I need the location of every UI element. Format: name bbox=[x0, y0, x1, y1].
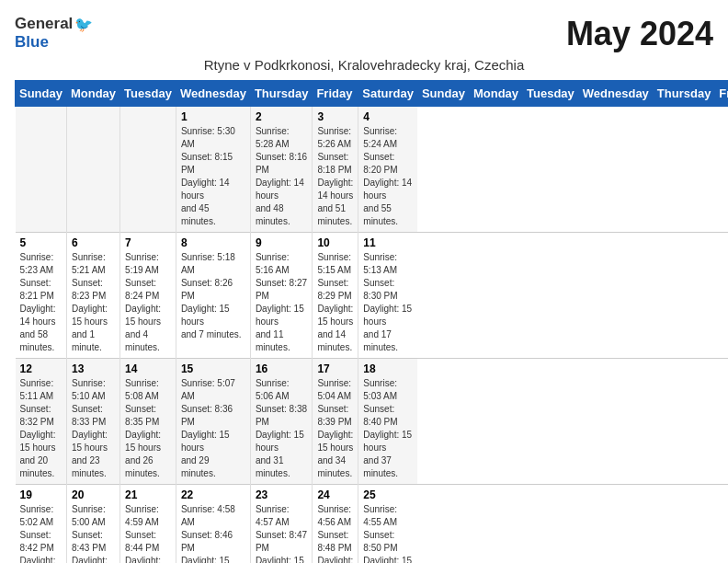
day-number: 12 bbox=[20, 362, 62, 375]
day-info: Sunrise: 4:58 AMSunset: 8:46 PMDaylight:… bbox=[181, 503, 245, 563]
calendar-cell: 11Sunrise: 5:13 AMSunset: 8:30 PMDayligh… bbox=[358, 233, 418, 359]
day-info: Sunrise: 5:04 AMSunset: 8:39 PMDaylight:… bbox=[317, 377, 353, 480]
calendar-table: SundayMondayTuesdayWednesdayThursdayFrid… bbox=[15, 80, 728, 563]
day-of-week-header: Tuesday bbox=[523, 81, 579, 107]
calendar-cell: 13Sunrise: 5:10 AMSunset: 8:33 PMDayligh… bbox=[66, 359, 119, 485]
day-of-week-header: Monday bbox=[469, 81, 522, 107]
month-title: May 2024 bbox=[566, 15, 713, 53]
day-number: 6 bbox=[72, 236, 115, 249]
day-number: 22 bbox=[181, 488, 245, 501]
calendar-cell: 25Sunrise: 4:55 AMSunset: 8:50 PMDayligh… bbox=[358, 485, 418, 564]
calendar-cell: 9Sunrise: 5:16 AMSunset: 8:27 PMDaylight… bbox=[250, 233, 313, 359]
day-info: Sunrise: 5:02 AMSunset: 8:42 PMDaylight:… bbox=[20, 503, 62, 563]
day-number: 15 bbox=[181, 362, 245, 375]
calendar-cell: 17Sunrise: 5:04 AMSunset: 8:39 PMDayligh… bbox=[313, 359, 358, 485]
calendar-cell: 14Sunrise: 5:08 AMSunset: 8:35 PMDayligh… bbox=[120, 359, 176, 485]
day-of-week-header: Thursday bbox=[250, 81, 313, 107]
day-of-week-header: Saturday bbox=[358, 81, 418, 107]
day-number: 11 bbox=[363, 236, 413, 249]
day-of-week-header: Friday bbox=[715, 81, 728, 107]
location-subtitle: Rtyne v Podkrkonosi, Kralovehradecky kra… bbox=[15, 57, 713, 73]
day-info: Sunrise: 5:21 AMSunset: 8:23 PMDaylight:… bbox=[72, 251, 115, 354]
day-info: Sunrise: 5:15 AMSunset: 8:29 PMDaylight:… bbox=[317, 251, 353, 354]
calendar-cell: 5Sunrise: 5:23 AMSunset: 8:21 PMDaylight… bbox=[16, 233, 67, 359]
day-info: Sunrise: 5:10 AMSunset: 8:33 PMDaylight:… bbox=[72, 377, 115, 480]
day-number: 10 bbox=[317, 236, 353, 249]
logo-general: General bbox=[15, 15, 73, 33]
day-info: Sunrise: 5:24 AMSunset: 8:20 PMDaylight:… bbox=[363, 125, 413, 228]
calendar-cell: 23Sunrise: 4:57 AMSunset: 8:47 PMDayligh… bbox=[250, 485, 313, 564]
day-of-week-header: Wednesday bbox=[176, 81, 250, 107]
day-number: 21 bbox=[125, 488, 171, 501]
logo-blue: Blue bbox=[15, 33, 49, 51]
day-of-week-header: Sunday bbox=[417, 81, 469, 107]
day-of-week-header: Monday bbox=[66, 81, 119, 107]
calendar-cell: 18Sunrise: 5:03 AMSunset: 8:40 PMDayligh… bbox=[358, 359, 418, 485]
calendar-cell: 15Sunrise: 5:07 AMSunset: 8:36 PMDayligh… bbox=[176, 359, 250, 485]
day-number: 1 bbox=[181, 110, 245, 123]
day-number: 8 bbox=[181, 236, 245, 249]
day-of-week-header: Thursday bbox=[653, 81, 715, 107]
calendar-week-row: 1Sunrise: 5:30 AMSunset: 8:15 PMDaylight… bbox=[16, 107, 729, 233]
day-number: 23 bbox=[256, 488, 308, 501]
day-number: 4 bbox=[363, 110, 413, 123]
day-info: Sunrise: 4:55 AMSunset: 8:50 PMDaylight:… bbox=[363, 503, 413, 563]
calendar-cell: 1Sunrise: 5:30 AMSunset: 8:15 PMDaylight… bbox=[176, 107, 250, 233]
calendar-cell bbox=[66, 107, 119, 233]
day-number: 18 bbox=[363, 362, 413, 375]
day-info: Sunrise: 5:13 AMSunset: 8:30 PMDaylight:… bbox=[363, 251, 413, 354]
day-of-week-header: Wednesday bbox=[578, 81, 653, 107]
calendar-cell bbox=[16, 107, 67, 233]
day-info: Sunrise: 5:11 AMSunset: 8:32 PMDaylight:… bbox=[20, 377, 62, 480]
day-info: Sunrise: 5:28 AMSunset: 8:16 PMDaylight:… bbox=[256, 125, 308, 228]
calendar-cell bbox=[120, 107, 176, 233]
day-info: Sunrise: 4:59 AMSunset: 8:44 PMDaylight:… bbox=[125, 503, 171, 563]
day-info: Sunrise: 5:23 AMSunset: 8:21 PMDaylight:… bbox=[20, 251, 62, 354]
day-info: Sunrise: 5:03 AMSunset: 8:40 PMDaylight:… bbox=[363, 377, 413, 480]
calendar-cell: 2Sunrise: 5:28 AMSunset: 8:16 PMDaylight… bbox=[250, 107, 313, 233]
calendar-cell: 7Sunrise: 5:19 AMSunset: 8:24 PMDaylight… bbox=[120, 233, 176, 359]
calendar-cell: 6Sunrise: 5:21 AMSunset: 8:23 PMDaylight… bbox=[66, 233, 119, 359]
day-info: Sunrise: 5:07 AMSunset: 8:36 PMDaylight:… bbox=[181, 377, 245, 480]
day-number: 7 bbox=[125, 236, 171, 249]
day-info: Sunrise: 5:19 AMSunset: 8:24 PMDaylight:… bbox=[125, 251, 171, 354]
day-number: 3 bbox=[317, 110, 353, 123]
calendar-week-row: 19Sunrise: 5:02 AMSunset: 8:42 PMDayligh… bbox=[16, 485, 729, 564]
day-number: 2 bbox=[256, 110, 308, 123]
calendar-cell: 8Sunrise: 5:18 AMSunset: 8:26 PMDaylight… bbox=[176, 233, 250, 359]
day-info: Sunrise: 4:56 AMSunset: 8:48 PMDaylight:… bbox=[317, 503, 353, 563]
day-number: 25 bbox=[363, 488, 413, 501]
day-number: 14 bbox=[125, 362, 171, 375]
day-info: Sunrise: 5:06 AMSunset: 8:38 PMDaylight:… bbox=[256, 377, 308, 480]
calendar-cell: 12Sunrise: 5:11 AMSunset: 8:32 PMDayligh… bbox=[16, 359, 67, 485]
logo-bird-icon: 🐦 bbox=[74, 16, 93, 33]
day-number: 5 bbox=[20, 236, 62, 249]
day-number: 16 bbox=[256, 362, 308, 375]
day-number: 19 bbox=[20, 488, 62, 501]
calendar-cell: 3Sunrise: 5:26 AMSunset: 8:18 PMDaylight… bbox=[313, 107, 358, 233]
day-info: Sunrise: 5:16 AMSunset: 8:27 PMDaylight:… bbox=[256, 251, 308, 354]
day-info: Sunrise: 4:57 AMSunset: 8:47 PMDaylight:… bbox=[256, 503, 308, 563]
logo: General 🐦 Blue bbox=[15, 15, 93, 52]
calendar-cell: 20Sunrise: 5:00 AMSunset: 8:43 PMDayligh… bbox=[66, 485, 119, 564]
calendar-cell: 22Sunrise: 4:58 AMSunset: 8:46 PMDayligh… bbox=[176, 485, 250, 564]
day-number: 13 bbox=[72, 362, 115, 375]
day-info: Sunrise: 5:08 AMSunset: 8:35 PMDaylight:… bbox=[125, 377, 171, 480]
calendar-header-row: SundayMondayTuesdayWednesdayThursdayFrid… bbox=[16, 81, 729, 107]
day-info: Sunrise: 5:00 AMSunset: 8:43 PMDaylight:… bbox=[72, 503, 115, 563]
calendar-week-row: 12Sunrise: 5:11 AMSunset: 8:32 PMDayligh… bbox=[16, 359, 729, 485]
day-number: 24 bbox=[317, 488, 353, 501]
calendar-cell: 21Sunrise: 4:59 AMSunset: 8:44 PMDayligh… bbox=[120, 485, 176, 564]
day-info: Sunrise: 5:30 AMSunset: 8:15 PMDaylight:… bbox=[181, 125, 245, 228]
day-of-week-header: Tuesday bbox=[120, 81, 176, 107]
calendar-week-row: 5Sunrise: 5:23 AMSunset: 8:21 PMDaylight… bbox=[16, 233, 729, 359]
day-info: Sunrise: 5:18 AMSunset: 8:26 PMDaylight:… bbox=[181, 251, 245, 341]
calendar-cell: 4Sunrise: 5:24 AMSunset: 8:20 PMDaylight… bbox=[358, 107, 418, 233]
calendar-cell: 16Sunrise: 5:06 AMSunset: 8:38 PMDayligh… bbox=[250, 359, 313, 485]
day-of-week-header: Friday bbox=[313, 81, 358, 107]
day-number: 20 bbox=[72, 488, 115, 501]
calendar-cell: 10Sunrise: 5:15 AMSunset: 8:29 PMDayligh… bbox=[313, 233, 358, 359]
day-number: 9 bbox=[256, 236, 308, 249]
day-number: 17 bbox=[317, 362, 353, 375]
page-header: General 🐦 Blue May 2024 bbox=[15, 15, 713, 53]
